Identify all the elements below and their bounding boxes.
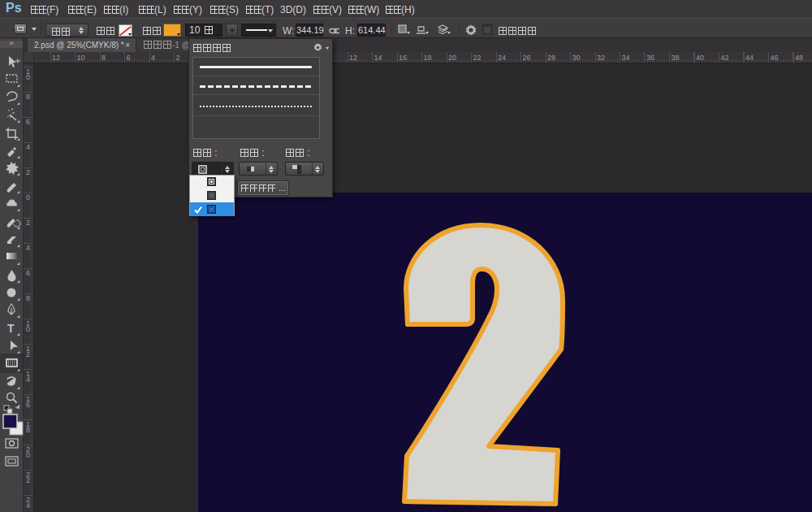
svg-text:T: T: [7, 322, 15, 335]
